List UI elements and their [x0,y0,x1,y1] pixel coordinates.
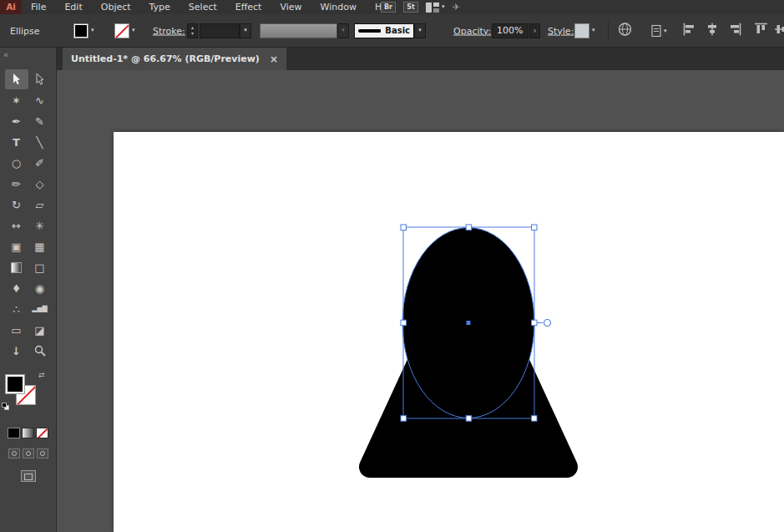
menu-effect[interactable]: Effect [226,0,271,14]
selection-handle[interactable] [466,225,472,231]
blend-tool[interactable]: ◉ [28,278,52,298]
rotate-handle[interactable] [544,320,551,327]
pen-tool[interactable]: ✒ [5,111,28,131]
column-graph-tool[interactable]: ▂▅▇ [28,299,52,319]
menu-select[interactable]: Select [180,0,226,14]
document-setup-button[interactable]: ▾ [651,24,667,37]
stroke-color-swatch[interactable] [114,23,129,38]
menu-type[interactable]: Type [140,0,180,14]
eraser-icon: ◪ [34,325,44,336]
mesh-tool[interactable]: ▦ [28,236,52,256]
stroke-weight-arrow[interactable]: ▾ [240,23,251,38]
free-transform-tool[interactable]: ✳ [28,215,52,236]
pasteboard[interactable] [57,70,784,532]
menu-file[interactable]: File [22,0,55,14]
eraser-tool[interactable]: ◪ [28,320,52,340]
fill-swatch[interactable] [5,374,25,394]
gpu-performance-button[interactable]: ✈ [453,2,460,13]
width-profile-arrow: ▾ [337,23,349,38]
gradient-button[interactable] [22,428,34,438]
opacity-flyout-button[interactable]: › [529,23,540,38]
align-vcenter-button[interactable] [775,23,784,39]
stroke-weight-dropdown[interactable]: ▾ [200,23,251,38]
lasso-tool[interactable]: ∿ [28,90,52,110]
stock-button[interactable]: St [403,2,418,13]
selection-center-point[interactable] [467,321,471,325]
style-panel-link[interactable]: Style: [548,25,574,36]
symbol-sprayer-tool[interactable]: ∴ [5,299,28,319]
type-tool[interactable]: T [5,132,28,152]
screen-mode-button[interactable] [21,470,36,482]
document-tab[interactable]: Untitled-1* @ 66.67% (RGB/Preview) × [63,48,286,70]
fill-color-swatch[interactable] [73,23,89,38]
active-tool-label: Ellipse [10,25,40,36]
eyedropper-tool[interactable]: ♦ [5,278,28,298]
curvature-tool[interactable]: ✎ [28,111,52,131]
stroke-panel-link[interactable]: Stroke: [153,25,185,36]
zoom-icon [34,345,46,357]
opacity-input[interactable]: 100% [492,23,529,38]
menu-window[interactable]: Window [311,0,366,14]
selection-handle[interactable] [532,320,538,326]
arrange-documents-button[interactable]: ▾ [426,3,445,13]
stroke-weight-stepper[interactable]: ▴ ▾ [187,23,198,38]
align-center-icon [706,23,719,35]
draw-behind-button[interactable] [23,448,34,459]
align-center-button[interactable] [706,23,719,38]
selection-handle[interactable] [532,416,538,422]
opacity-panel-link[interactable]: Opacity: [453,25,491,36]
collapse-panel-button[interactable]: « [3,50,8,59]
menu-edit[interactable]: Edit [55,0,91,14]
menu-object[interactable]: Object [92,0,140,14]
selection-handle[interactable] [401,225,407,231]
none-button[interactable] [36,428,48,438]
color-button[interactable] [8,428,20,438]
app-logo[interactable]: Ai [0,0,22,14]
artboard[interactable] [114,132,784,532]
selection-handle[interactable] [532,225,538,231]
zoom-tool[interactable] [28,341,52,361]
selection-handle[interactable] [466,416,472,422]
width-tool[interactable]: ↔ [5,215,28,236]
scale-tool[interactable]: ▱ [28,195,52,215]
graphic-style-swatch[interactable] [574,23,589,38]
pencil-tool[interactable]: ✏ [5,174,28,194]
swap-fill-stroke-icon[interactable]: ⇄ [38,371,45,379]
stroke-color-dropdown[interactable]: ▾ [114,23,135,38]
direct-selection-tool[interactable] [28,69,52,89]
shape-builder-tool[interactable]: ▣ [5,236,28,256]
stepper-down-icon[interactable]: ▾ [191,31,194,37]
rotate-tool[interactable]: ↻ [5,195,28,215]
bridge-button[interactable]: Br [381,2,396,13]
selection-handle[interactable] [401,320,407,326]
align-top-button[interactable] [755,23,767,39]
ellipse-tool[interactable]: ○ [5,153,28,173]
brush-arrow[interactable]: ▾ [414,23,426,38]
draw-inside-button[interactable] [37,448,48,459]
line-segment-tool[interactable]: ╲ [28,132,52,152]
recolor-artwork-button[interactable] [618,22,632,39]
align-left-button[interactable] [683,23,696,38]
shaper-tool[interactable]: ◇ [28,174,52,194]
align-right-button[interactable] [728,23,741,38]
gradient-tool[interactable] [5,257,28,277]
brush-definition-dropdown[interactable]: Basic ▾ [354,23,426,38]
hand-tool[interactable]: ↓ [5,341,28,361]
selection-handle[interactable] [401,416,407,422]
draw-normal-button[interactable] [8,448,20,459]
stroke-weight-value[interactable] [200,23,240,38]
magic-wand-tool[interactable]: ✶ [5,90,28,110]
menu-view[interactable]: View [271,0,311,14]
selection-tool[interactable] [5,69,28,89]
graphic-style-dropdown[interactable]: ▾ [574,23,595,38]
brush-preview[interactable]: Basic [354,23,414,38]
close-tab-button[interactable]: × [270,53,278,65]
slice-tool[interactable]: □ [28,257,52,277]
chevron-down-icon: ▾ [592,28,595,33]
paintbrush-tool[interactable]: ✐ [28,153,52,173]
fill-color-dropdown[interactable]: ▾ [73,23,94,38]
draw-normal-icon [12,451,17,456]
shaper-icon: ◇ [36,179,44,190]
default-fill-stroke-icon[interactable] [2,403,10,411]
artboard-tool[interactable]: ▭ [5,320,28,340]
